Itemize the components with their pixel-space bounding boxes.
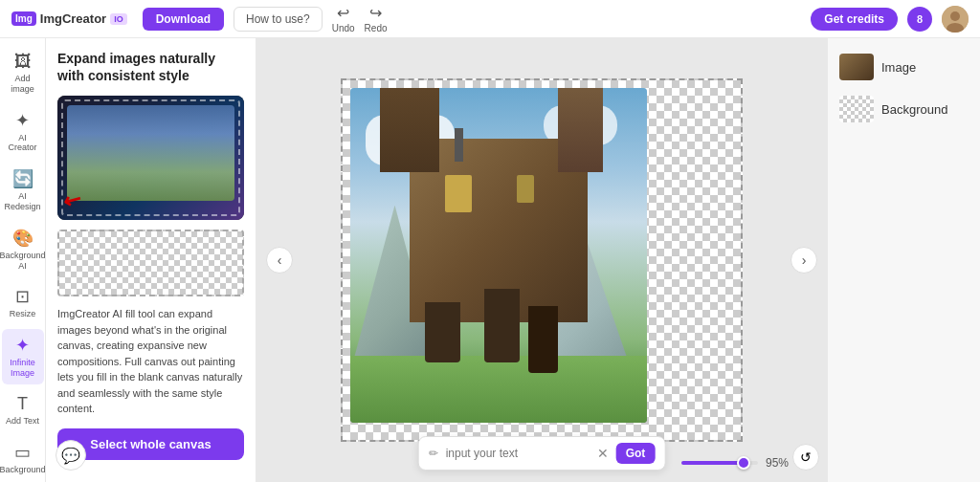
panel-expand-area <box>57 230 244 296</box>
pencil-icon: ✏ <box>429 447 438 460</box>
panel-preview-image: ↙ <box>57 96 244 220</box>
get-credits-button[interactable]: Get credits <box>811 8 898 31</box>
panel-title: Expand images naturally with consistent … <box>57 50 244 84</box>
infinite-image-icon: ✦ <box>15 335 30 356</box>
undo-label: Undo <box>332 23 355 33</box>
bottom-bar: 95% ⤢ <box>681 455 808 471</box>
panel-preview: ↙ <box>57 96 244 220</box>
sidebar-item-label: Infinite Image <box>6 358 40 379</box>
redo-icon: ↪ <box>369 4 382 22</box>
add-text-icon: T <box>17 394 28 414</box>
canvas-artwork[interactable] <box>350 88 647 423</box>
logo: Img ImgCreator IO <box>11 11 127 26</box>
chat-button[interactable]: 💬 <box>56 440 86 471</box>
zoom-slider-fill <box>681 461 739 465</box>
canvas-wrapper <box>341 78 743 442</box>
logo-text: ImgCreator <box>40 11 106 26</box>
text-input[interactable] <box>446 447 590 460</box>
logo-icon: Img <box>11 11 36 26</box>
top-nav: Img ImgCreator IO Download How to use? ↩… <box>0 0 980 38</box>
undo-button[interactable]: ↩ Undo <box>332 4 355 33</box>
feature-panel: Expand images naturally with consistent … <box>46 38 256 482</box>
left-sidebar: 🖼 Add image ✦ AI Creator 🔄 AI Redesign 🎨… <box>0 38 46 482</box>
sidebar-item-label: Background <box>0 465 46 475</box>
generate-button[interactable]: Got <box>616 443 656 464</box>
sidebar-item-add-text[interactable]: T Add Text <box>2 388 44 432</box>
background-thumbnail <box>839 96 874 122</box>
background-ai-icon: 🎨 <box>12 228 33 249</box>
sidebar-item-label: Background AI <box>0 251 46 272</box>
zoom-slider-container[interactable] <box>681 461 758 465</box>
image-layer-label: Image <box>881 60 916 75</box>
right-panel-item-background[interactable]: Background <box>835 90 972 128</box>
ai-creator-icon: ✦ <box>15 110 30 131</box>
sidebar-item-label: AI Redesign <box>4 191 40 212</box>
resize-icon: ⊡ <box>15 286 30 307</box>
zoom-label: 95% <box>766 456 789 470</box>
window1 <box>445 175 472 212</box>
grass <box>350 356 647 423</box>
preview-castle-bg <box>67 105 234 201</box>
zoom-slider-thumb[interactable] <box>737 456 750 470</box>
chimney <box>455 128 463 162</box>
ai-redesign-icon: 🔄 <box>12 168 33 189</box>
how-to-use-button[interactable]: How to use? <box>234 7 323 32</box>
beta-badge: IO <box>110 13 127 25</box>
download-button[interactable]: Download <box>143 8 224 31</box>
undo-icon: ↩ <box>337 4 349 22</box>
right-panel-item-image[interactable]: Image <box>835 48 972 86</box>
user-avatar[interactable] <box>942 6 969 33</box>
main-layout: 🖼 Add image ✦ AI Creator 🔄 AI Redesign 🎨… <box>0 38 980 482</box>
sidebar-item-label: Resize <box>10 309 36 319</box>
sidebar-item-ai-creator[interactable]: ✦ AI Creator <box>2 104 44 160</box>
sidebar-item-background-ai[interactable]: 🎨 Background AI <box>2 222 44 277</box>
sidebar-item-infinite-image[interactable]: ✦ Infinite Image <box>2 329 44 384</box>
sidebar-item-ai-redesign[interactable]: 🔄 AI Redesign <box>2 163 44 218</box>
refresh-button[interactable]: ↺ <box>792 444 819 471</box>
text-input-bar: ✏ ✕ Got <box>418 436 666 471</box>
castle-tower1 <box>380 88 439 172</box>
close-input-button[interactable]: ✕ <box>597 447 609 460</box>
right-panel: Image Background <box>827 38 980 482</box>
svg-point-1 <box>950 11 960 21</box>
background-layer-label: Background <box>881 102 947 117</box>
redo-label: Redo <box>365 23 388 33</box>
panel-description: ImgCreator AI fill tool can expand image… <box>57 306 244 417</box>
image-thumbnail <box>839 54 874 80</box>
canvas-area: ‹ <box>256 38 827 482</box>
redo-button[interactable]: ↪ Redo <box>365 4 388 33</box>
sidebar-item-background[interactable]: ▭ Background <box>2 436 44 481</box>
credits-badge: 8 <box>907 7 932 32</box>
background-icon: ▭ <box>14 442 31 463</box>
sidebar-item-label: Add Text <box>6 416 39 427</box>
castle-leg2 <box>484 289 520 362</box>
canvas-prev-button[interactable]: ‹ <box>266 247 293 274</box>
castle-tower2 <box>558 88 603 172</box>
sidebar-item-resize[interactable]: ⊡ Resize <box>2 280 44 325</box>
add-image-icon: 🖼 <box>14 52 32 72</box>
sidebar-item-label: Add image <box>6 74 40 95</box>
zoom-slider-track <box>681 461 758 465</box>
canvas-next-button[interactable]: › <box>791 247 817 274</box>
sidebar-item-label: AI Creator <box>6 133 40 154</box>
castle-leg3 <box>528 306 558 373</box>
sidebar-item-add-image[interactable]: 🖼 Add image <box>2 46 44 100</box>
window2 <box>517 175 535 203</box>
castle-leg1 <box>425 302 460 362</box>
castle-illustration <box>350 88 647 423</box>
